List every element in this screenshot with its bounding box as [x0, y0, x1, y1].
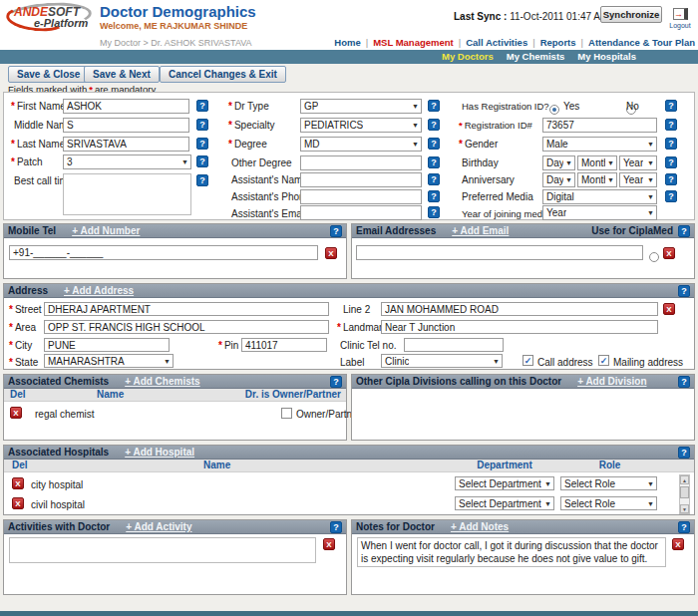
- add-division-link[interactable]: + Add Division: [577, 376, 646, 387]
- add-address-link[interactable]: + Add Address: [64, 285, 134, 296]
- anniversary-year-select[interactable]: Year▼: [619, 172, 657, 187]
- scrollbar-thumb[interactable]: [680, 486, 689, 498]
- scroll-up-icon[interactable]: ▲: [680, 475, 689, 484]
- help-icon[interactable]: ?: [428, 156, 440, 168]
- landmark-input[interactable]: [381, 320, 658, 334]
- help-icon[interactable]: ?: [665, 119, 677, 131]
- use-for-ciplamed-radio[interactable]: [649, 252, 659, 262]
- preferred-media-select[interactable]: Digital▼: [542, 189, 657, 204]
- help-icon[interactable]: ?: [428, 206, 440, 218]
- delete-number-icon[interactable]: X: [325, 247, 337, 259]
- add-notes-link[interactable]: + Add Notes: [451, 521, 509, 532]
- owner-partner-checkbox[interactable]: [281, 408, 292, 419]
- assistants-phone-input[interactable]: [300, 189, 422, 204]
- assistants-name-input[interactable]: [300, 172, 422, 187]
- help-icon[interactable]: ?: [330, 521, 342, 533]
- add-email-link[interactable]: + Add Email: [452, 225, 509, 236]
- tab-my-chemists[interactable]: My Chemists: [507, 51, 565, 62]
- last-name-input[interactable]: [63, 137, 189, 152]
- help-icon[interactable]: ?: [678, 447, 690, 459]
- logout-icon[interactable]: →: [673, 8, 688, 20]
- hospital-department-select[interactable]: Select Department▼: [455, 476, 554, 490]
- best-call-time-textarea[interactable]: [63, 173, 191, 215]
- birthday-year-select[interactable]: Year▼: [619, 155, 657, 170]
- save-next-button[interactable]: Save & Next: [84, 66, 160, 83]
- anniversary-day-select[interactable]: Day▼: [542, 172, 575, 187]
- help-icon[interactable]: ?: [330, 225, 342, 237]
- delete-chemist-icon[interactable]: X: [10, 407, 22, 419]
- nav-attendance-tour-plan[interactable]: Attendance & Tour Plan: [588, 37, 695, 48]
- delete-email-icon[interactable]: X: [663, 247, 675, 259]
- call-address-checkbox[interactable]: ✓: [523, 355, 533, 366]
- nav-home[interactable]: Home: [334, 37, 360, 48]
- add-number-link[interactable]: + Add Number: [72, 225, 140, 236]
- hospital-role-select[interactable]: Select Role▼: [560, 496, 657, 510]
- gender-select[interactable]: Male▼: [542, 137, 657, 152]
- patch-select[interactable]: 3▼: [63, 154, 191, 169]
- address-label-select[interactable]: Clinic▼: [381, 354, 503, 368]
- save-close-button[interactable]: Save & Close: [8, 66, 89, 83]
- birthday-day-select[interactable]: Day▼: [542, 155, 575, 170]
- delete-hospital-icon[interactable]: X: [12, 497, 24, 509]
- hospital-department-select[interactable]: Select Department▼: [455, 496, 554, 510]
- nav-call-activities[interactable]: Call Activities: [466, 37, 527, 48]
- help-icon[interactable]: ?: [665, 138, 677, 150]
- cancel-changes-exit-button[interactable]: Cancel Changes & Exit: [160, 66, 286, 83]
- delete-address-icon[interactable]: X: [663, 303, 675, 315]
- delete-note-icon[interactable]: X: [672, 538, 684, 550]
- anniversary-month-select[interactable]: Month▼: [577, 172, 617, 187]
- activities-textarea[interactable]: [9, 537, 316, 563]
- registration-id-input[interactable]: [542, 118, 657, 133]
- help-icon[interactable]: ?: [678, 376, 690, 388]
- hospital-role-select[interactable]: Select Role▼: [560, 476, 657, 490]
- tab-my-hospitals[interactable]: My Hospitals: [577, 51, 636, 62]
- help-icon[interactable]: ?: [665, 100, 677, 112]
- help-icon[interactable]: ?: [428, 138, 440, 150]
- assistants-email-input[interactable]: [300, 205, 422, 220]
- help-icon[interactable]: ?: [665, 173, 677, 185]
- delete-hospital-icon[interactable]: X: [12, 477, 24, 489]
- middle-name-input[interactable]: [63, 118, 189, 133]
- mailing-address-checkbox[interactable]: ✓: [598, 355, 609, 366]
- nav-reports[interactable]: Reports: [540, 37, 576, 48]
- add-chemists-link[interactable]: + Add Chemists: [125, 376, 199, 387]
- area-input[interactable]: [44, 320, 329, 334]
- synchronize-button[interactable]: Synchronize: [600, 6, 662, 23]
- degree-select[interactable]: MD▼: [300, 137, 422, 152]
- delete-activity-icon[interactable]: X: [323, 538, 335, 550]
- add-hospital-link[interactable]: + Add Hospital: [125, 447, 194, 458]
- help-icon[interactable]: ?: [665, 190, 677, 202]
- help-icon[interactable]: ?: [678, 285, 690, 297]
- other-degree-input[interactable]: [300, 155, 422, 170]
- help-icon[interactable]: ?: [196, 155, 208, 167]
- clinic-tel-input[interactable]: [404, 338, 504, 352]
- help-icon[interactable]: ?: [196, 119, 208, 131]
- nav-msl-management[interactable]: MSL Management: [373, 37, 454, 48]
- email-input[interactable]: [356, 245, 643, 260]
- mobile-number-input[interactable]: [9, 245, 318, 260]
- pin-input[interactable]: [241, 338, 327, 352]
- help-icon[interactable]: ?: [665, 156, 677, 168]
- help-icon[interactable]: ?: [196, 174, 208, 186]
- first-name-input[interactable]: [63, 99, 189, 114]
- line2-input[interactable]: [381, 302, 658, 316]
- year-joining-select[interactable]: Year▼: [542, 205, 657, 220]
- state-select[interactable]: MAHARASHTRA▼: [44, 354, 174, 368]
- help-icon[interactable]: ?: [678, 521, 690, 533]
- hospitals-scrollbar[interactable]: ▲ ▼: [679, 474, 690, 514]
- help-icon[interactable]: ?: [428, 119, 440, 131]
- help-icon[interactable]: ?: [196, 100, 208, 112]
- help-icon[interactable]: ?: [196, 138, 208, 150]
- has-registration-yes-radio[interactable]: [549, 105, 559, 115]
- dr-type-select[interactable]: GP▼: [300, 99, 422, 114]
- specialty-select[interactable]: PEDIATRICS▼: [300, 118, 422, 133]
- help-icon[interactable]: ?: [428, 173, 440, 185]
- city-input[interactable]: [44, 338, 170, 352]
- help-icon[interactable]: ?: [330, 376, 342, 388]
- street-input[interactable]: [44, 302, 329, 316]
- tab-my-doctors[interactable]: My Doctors: [442, 51, 494, 62]
- birthday-month-select[interactable]: Month▼: [577, 155, 617, 170]
- add-activity-link[interactable]: + Add Activity: [126, 521, 191, 532]
- notes-textarea[interactable]: When I went for doctor call, I got it du…: [357, 537, 666, 567]
- logout-button[interactable]: → Logout: [667, 3, 693, 29]
